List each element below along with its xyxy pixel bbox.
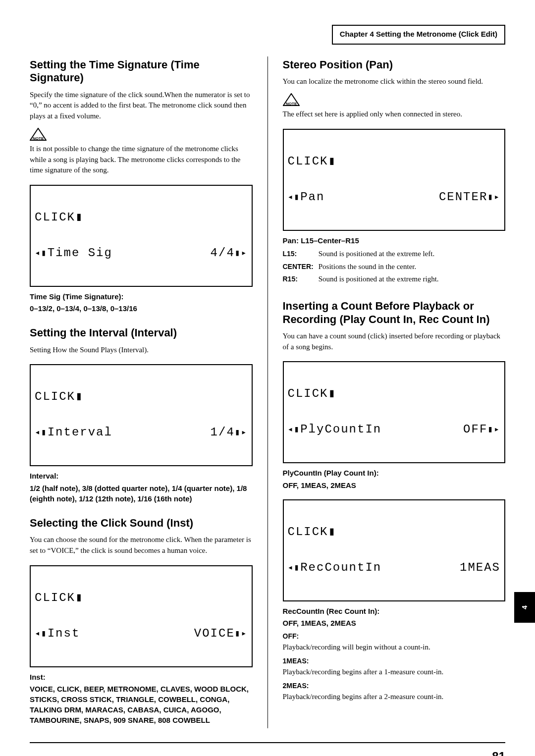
page-number: 81 (30, 748, 505, 756)
prev-arrow-icon: ◂▮ (288, 425, 301, 434)
param-title: Interval: (30, 471, 253, 481)
lcd-title: CLICK (288, 525, 328, 539)
prev-arrow-icon: ◂▮ (35, 629, 48, 638)
note-icon: NOTE (30, 128, 47, 141)
note-text: The effect set here is applied only when… (283, 109, 506, 120)
param-title: Pan: L15–Center–R15 (283, 236, 506, 246)
right-column: Stereo Position (Pan) You can localize t… (283, 56, 506, 728)
next-arrow-icon: ▮▸ (235, 428, 248, 437)
lcd-param: Pan (300, 191, 324, 203)
lcd-plycountin: CLICK▮ ◂▮ PlyCountInOFF ▮▸ (283, 361, 506, 463)
lcd-interval: CLICK▮ ◂▮ Interval1/4 ▮▸ (30, 364, 253, 466)
note-text: It is not possible to change the time si… (30, 144, 253, 176)
content-columns: Setting the Time Signature (Time Signatu… (30, 56, 505, 728)
prev-arrow-icon: ◂▮ (35, 249, 48, 258)
param-title: Inst: (30, 672, 253, 682)
def-key: 1MEAS: (283, 656, 506, 666)
table-value: Sound is positioned at the extreme right… (319, 274, 439, 287)
lcd-title: CLICK (288, 387, 328, 400)
prev-arrow-icon: ◂▮ (35, 428, 48, 437)
lcd-title: CLICK (35, 211, 75, 224)
lcd-inst: CLICK▮ ◂▮ InstVOICE ▮▸ (30, 565, 253, 667)
next-arrow-icon: ▮▸ (235, 629, 248, 638)
lcd-param: RecCountIn (300, 562, 381, 574)
section-heading-time-signature: Setting the Time Signature (Time Signatu… (30, 58, 253, 85)
page: 4 Chapter 4 Setting the Metronome (Click… (0, 0, 535, 756)
param-values: OFF, 1MEAS, 2MEAS (283, 618, 506, 628)
lcd-param: Time Sig (48, 247, 112, 259)
lcd-reccountin: CLICK▮ ◂▮ RecCountIn1MEAS (283, 499, 506, 601)
body-text: You can have a count sound (click) inser… (283, 331, 506, 353)
lcd-pan: CLICK▮ ◂▮ PanCENTER ▮▸ (283, 129, 506, 231)
table-row: L15:Sound is positioned at the extreme l… (283, 249, 439, 262)
param-title: Time Sig (Time Signature): (30, 292, 253, 302)
lcd-title: CLICK (35, 390, 75, 403)
param-values: VOICE, CLICK, BEEP, METRONOME, CLAVES, W… (30, 684, 253, 725)
def-key: 2MEAS: (283, 681, 506, 691)
lcd-param: Interval (48, 427, 112, 438)
prev-arrow-icon: ◂▮ (288, 563, 301, 572)
column-separator (268, 56, 268, 728)
thumb-tab: 4 (514, 592, 535, 623)
param-values: 1/2 (half note), 3/8 (dotted quarter not… (30, 483, 253, 504)
section-heading-inst: Selecting the Click Sound (Inst) (30, 517, 253, 530)
lcd-param: Inst (48, 628, 80, 640)
lcd-param: PlyCountIn (300, 424, 381, 435)
lcd-value: VOICE (194, 628, 235, 640)
lcd-value: 1MEAS (460, 562, 500, 574)
body-text: You can choose the sound for the metrono… (30, 535, 253, 556)
thumb-tab-label: 4 (520, 605, 530, 609)
body-text: Specify the time signature of the click … (30, 90, 253, 122)
svg-text:NOTE: NOTE (33, 136, 44, 141)
chapter-label: Chapter 4 Setting the Metronome (Click E… (332, 25, 505, 45)
note-marker: NOTE (283, 93, 506, 106)
lcd-value: 4/4 (211, 247, 235, 259)
param-values: 0–13/2, 0–13/4, 0–13/8, 0–13/16 (30, 303, 253, 314)
table-row: R15:Sound is positioned at the extreme r… (283, 274, 439, 287)
table-value: Sound is positioned at the extreme left. (319, 249, 439, 262)
table-key: L15: (283, 249, 319, 262)
next-arrow-icon: ▮▸ (487, 425, 500, 434)
table-value: Positions the sound in the center. (319, 262, 439, 274)
table-key: R15: (283, 274, 319, 287)
def-value: Playback/recording begins after a 2-meas… (283, 692, 506, 702)
body-text: You can localize the metronome click wit… (283, 76, 506, 87)
count-definitions: OFF: Playback/recording will begin witho… (283, 631, 506, 702)
param-values: OFF, 1MEAS, 2MEAS (283, 480, 506, 490)
lcd-time-sig: CLICK▮ ◂▮ Time Sig4/4 ▮▸ (30, 185, 253, 287)
left-column: Setting the Time Signature (Time Signatu… (30, 56, 253, 728)
lcd-value: OFF (463, 424, 487, 435)
lcd-title: CLICK (288, 155, 328, 168)
param-title: RecCountIn (Rec Count In): (283, 606, 506, 616)
lcd-title: CLICK (35, 591, 75, 604)
pan-table: L15:Sound is positioned at the extreme l… (283, 249, 439, 287)
next-arrow-icon: ▮▸ (235, 249, 248, 258)
prev-arrow-icon: ◂▮ (288, 193, 301, 202)
note-icon: NOTE (283, 93, 300, 106)
note-marker: NOTE (30, 128, 253, 141)
table-key: CENTER: (283, 262, 319, 274)
bottom-rule (30, 742, 505, 743)
svg-text:NOTE: NOTE (286, 102, 297, 106)
section-heading-count-in: Inserting a Count Before Playback or Rec… (283, 300, 506, 326)
param-title: PlyCountIn (Play Count In): (283, 468, 506, 478)
table-row: CENTER:Positions the sound in the center… (283, 262, 439, 274)
lcd-value: CENTER (439, 191, 487, 203)
section-heading-interval: Setting the Interval (Interval) (30, 326, 253, 339)
section-heading-pan: Stereo Position (Pan) (283, 58, 506, 71)
lcd-value: 1/4 (211, 427, 235, 438)
def-key: OFF: (283, 631, 506, 641)
next-arrow-icon: ▮▸ (487, 193, 500, 202)
body-text: Setting How the Sound Plays (Interval). (30, 345, 253, 356)
def-value: Playback/recording will begin without a … (283, 642, 506, 653)
def-value: Playback/recording begins after a 1-meas… (283, 667, 506, 678)
